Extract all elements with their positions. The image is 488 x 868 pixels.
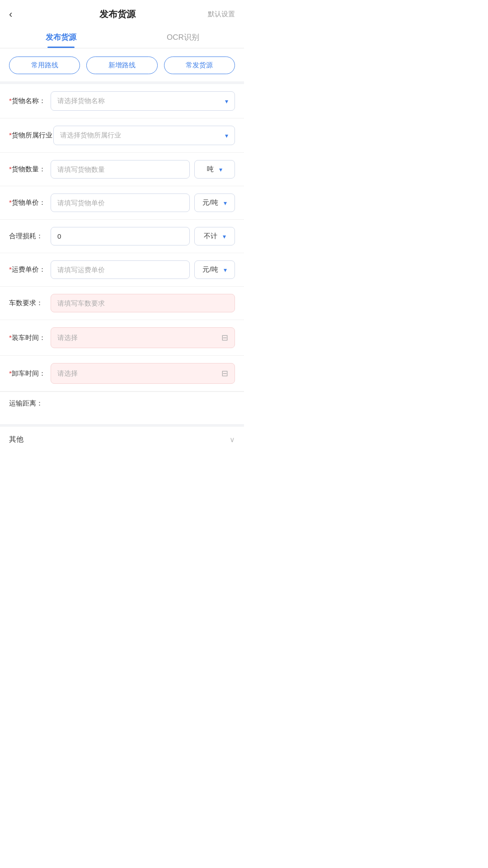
unload-time-row: *卸车时间： 请选择 ⊟ bbox=[0, 356, 244, 392]
damage-unit-select[interactable]: 不计 ▾ bbox=[194, 227, 235, 245]
default-settings-button[interactable]: 默认设置 bbox=[208, 10, 235, 19]
cargo-name-row: *货物名称： 请选择货物名称 ▾ bbox=[0, 84, 244, 118]
form: *货物名称： 请选择货物名称 ▾ *货物所属行业： 请选择货物所属行业 ▾ *货… bbox=[0, 84, 244, 424]
chevron-down-icon: ▾ bbox=[225, 98, 228, 105]
cargo-price-unit-select[interactable]: 元/吨 ▾ bbox=[194, 193, 235, 212]
expand-other-icon: ∨ bbox=[230, 435, 235, 444]
car-count-input[interactable] bbox=[51, 294, 235, 312]
car-count-row: 车数要求： bbox=[0, 287, 244, 320]
transport-distance-row: 运输距离： bbox=[0, 392, 244, 415]
tab-ocr[interactable]: OCR识别 bbox=[122, 26, 244, 48]
cargo-name-select[interactable]: 请选择货物名称 ▾ bbox=[51, 91, 235, 111]
cargo-industry-select[interactable]: 请选择货物所属行业 ▾ bbox=[53, 126, 235, 145]
add-route-button[interactable]: 新增路线 bbox=[86, 57, 157, 74]
cargo-quantity-input[interactable] bbox=[51, 160, 190, 179]
cargo-quantity-row: *货物数量： 吨 ▾ bbox=[0, 153, 244, 186]
cargo-price-input[interactable] bbox=[51, 193, 190, 212]
cargo-industry-label: *货物所属行业： bbox=[9, 131, 49, 140]
common-route-button[interactable]: 常用路线 bbox=[9, 57, 80, 74]
calendar-icon: ⊟ bbox=[221, 368, 228, 378]
car-count-field[interactable] bbox=[57, 299, 228, 307]
tab-bar: 发布货源 OCR识别 bbox=[0, 26, 244, 48]
other-label: 其他 bbox=[9, 435, 23, 444]
freight-price-row: *运费单价： 元/吨 ▾ bbox=[0, 253, 244, 287]
transport-distance-label: 运输距离： bbox=[9, 399, 43, 407]
damage-field[interactable] bbox=[57, 232, 183, 240]
damage-row: 合理损耗： 不计 ▾ bbox=[0, 220, 244, 253]
cargo-price-label: *货物单价： bbox=[9, 198, 46, 207]
damage-label: 合理损耗： bbox=[9, 232, 46, 241]
unit-chevron-icon: ▾ bbox=[224, 266, 227, 274]
cargo-price-field[interactable] bbox=[57, 199, 183, 207]
freight-price-unit-select[interactable]: 元/吨 ▾ bbox=[194, 260, 235, 279]
damage-input[interactable] bbox=[51, 227, 190, 245]
cargo-industry-row: *货物所属行业： 请选择货物所属行业 ▾ bbox=[0, 118, 244, 153]
header: ‹ 发布货源 默认设置 bbox=[0, 0, 244, 26]
load-time-picker[interactable]: 请选择 ⊟ bbox=[51, 327, 235, 348]
page-title: 发布货源 bbox=[27, 8, 208, 20]
tab-publish[interactable]: 发布货源 bbox=[0, 26, 122, 48]
chevron-down-icon: ▾ bbox=[225, 132, 228, 139]
freight-price-label: *运费单价： bbox=[9, 265, 46, 274]
calendar-icon: ⊟ bbox=[221, 333, 228, 343]
load-time-label: *装车时间： bbox=[9, 334, 46, 342]
unload-time-picker[interactable]: 请选择 ⊟ bbox=[51, 363, 235, 384]
unload-time-label: *卸车时间： bbox=[9, 369, 46, 378]
other-section[interactable]: 其他 ∨ bbox=[0, 424, 244, 453]
cargo-quantity-unit-select[interactable]: 吨 ▾ bbox=[194, 160, 235, 179]
freight-price-field[interactable] bbox=[57, 266, 183, 274]
common-cargo-button[interactable]: 常发货源 bbox=[164, 57, 235, 74]
car-count-label: 车数要求： bbox=[9, 299, 46, 307]
cargo-price-row: *货物单价： 元/吨 ▾ bbox=[0, 186, 244, 220]
cargo-name-label: *货物名称： bbox=[9, 97, 46, 105]
load-time-row: *装车时间： 请选择 ⊟ bbox=[0, 320, 244, 356]
unit-chevron-icon: ▾ bbox=[223, 233, 226, 240]
freight-price-input[interactable] bbox=[51, 260, 190, 279]
cargo-quantity-label: *货物数量： bbox=[9, 165, 46, 174]
back-button[interactable]: ‹ bbox=[9, 9, 27, 20]
unit-chevron-icon: ▾ bbox=[219, 166, 222, 173]
quick-buttons-bar: 常用路线 新增路线 常发货源 bbox=[0, 48, 244, 84]
unit-chevron-icon: ▾ bbox=[224, 199, 227, 207]
cargo-quantity-field[interactable] bbox=[57, 165, 183, 173]
